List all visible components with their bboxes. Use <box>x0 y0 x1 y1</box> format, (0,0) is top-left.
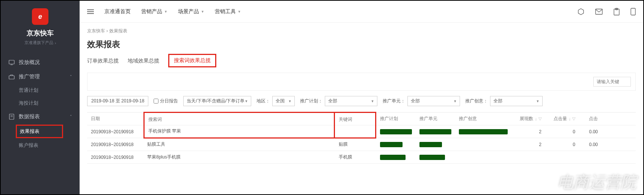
redacted-bar <box>459 129 508 134</box>
col-unit[interactable]: 推广单元 <box>416 113 455 125</box>
cell-ctr: 0.00 <box>579 125 602 138</box>
monitor-icon <box>8 60 15 65</box>
region-filter: 地区： 全国 ▼ <box>256 96 295 106</box>
cube-icon[interactable] <box>577 8 585 15</box>
col-ctr[interactable]: 点击 <box>579 113 602 125</box>
brand-sub[interactable]: 京准通旗下产品 › <box>24 40 56 46</box>
creative-filter: 推广创意： 全部 ▼ <box>465 96 543 106</box>
topbar: 京准通首页 营销产品 ▼ 场景产品 ▼ 营销工具 ▼ <box>80 1 643 23</box>
cell-unit <box>416 138 455 151</box>
sidebar-sub-effect-report[interactable]: 效果报表 <box>16 125 63 138</box>
search-bar <box>87 73 636 91</box>
cell-impressions: 2 <box>511 125 545 138</box>
cell-creative <box>455 138 511 151</box>
daily-report-input[interactable] <box>154 99 158 104</box>
plan-select[interactable]: 全部 ▼ <box>325 96 377 106</box>
caret-down-icon: ▼ <box>164 10 167 14</box>
breadcrumb-current: 效果报表 <box>109 28 127 34</box>
cell-impressions <box>511 151 545 163</box>
cell-date: 20190918~20190918 <box>87 151 143 163</box>
sidebar-item-reports[interactable]: 数据报表 ˄ <box>1 110 80 124</box>
plan-label: 推广计划： <box>300 98 323 104</box>
content: 京东快车 › 效果报表 效果报表 订单效果总揽 地域效果总揽 搜索词效果总揽 2… <box>80 23 643 164</box>
col-impressions[interactable]: 展现数 ↓ ▽ <box>511 113 545 125</box>
cell-unit <box>416 151 455 163</box>
svg-rect-2 <box>9 76 14 79</box>
filter-icon[interactable]: ▽ <box>572 116 575 121</box>
top-link-scene-products[interactable]: 场景产品 ▼ <box>178 8 204 15</box>
date-range-picker[interactable]: 2019-09-18 至 2019-09-18 <box>87 96 148 106</box>
col-search[interactable]: 搜索词 <box>143 112 335 126</box>
sidebar-sub-haitou-plan[interactable]: 海投计划 <box>1 97 80 110</box>
cell-plan <box>376 138 416 151</box>
cell-clicks <box>545 151 579 163</box>
redacted-bar <box>380 155 406 160</box>
tab-region-summary[interactable]: 地域效果总揽 <box>128 56 159 66</box>
region-value: 全国 <box>276 98 285 104</box>
brand-name: 京东快车 <box>1 29 80 38</box>
sidebar-item-label: 数据报表 <box>19 113 40 120</box>
redacted-bar <box>380 129 412 134</box>
creative-select[interactable]: 全部 ▼ <box>490 96 543 106</box>
breadcrumb-root[interactable]: 京东快车 <box>87 28 105 34</box>
daily-report-checkbox[interactable]: 分日报告 <box>154 98 178 104</box>
brand-sub-label: 京准通旗下产品 <box>24 40 53 46</box>
sidebar-sub-normal-plan[interactable]: 普通计划 <box>1 84 80 97</box>
svg-rect-0 <box>9 60 14 64</box>
page-title: 效果报表 <box>87 39 636 50</box>
top-link-marketing-tools[interactable]: 营销工具 ▼ <box>215 8 241 15</box>
region-select[interactable]: 全国 ▼ <box>272 96 295 106</box>
sidebar-item-label: 投放概况 <box>19 59 40 66</box>
plan-value: 全部 <box>328 98 337 104</box>
col-plan[interactable]: 推广计划 <box>376 113 416 125</box>
keyword-search-input[interactable] <box>593 77 631 87</box>
top-link-home[interactable]: 京准通首页 <box>104 8 131 15</box>
top-link-marketing-products[interactable]: 营销产品 ▼ <box>141 8 167 15</box>
col-creative[interactable]: 推广创意 <box>455 113 511 125</box>
caret-down-icon: ▼ <box>244 99 248 103</box>
cell-keyword <box>335 125 376 139</box>
caret-down-icon: ▼ <box>371 99 374 103</box>
sidebar-sub-account-report[interactable]: 账户报表 <box>1 139 80 152</box>
top-link-label: 场景产品 <box>178 8 199 15</box>
col-clicks[interactable]: 点击量 ↓ ▽ <box>545 113 579 125</box>
cell-creative <box>455 125 511 138</box>
scope-select[interactable]: 当天/下单/不含赠品/下单订单 ▼ <box>183 96 251 106</box>
chevron-up-icon: ˄ <box>70 114 72 119</box>
table-row: 20190918~20190918 苹果8plus手机膜 手机膜 <box>87 151 636 164</box>
col-label: 点击量 <box>554 116 567 122</box>
main: 京准通首页 营销产品 ▼ 场景产品 ▼ 营销工具 ▼ <box>80 1 643 194</box>
filter-icon[interactable]: ▽ <box>538 116 541 121</box>
cell-search: 苹果8plus手机膜 <box>143 151 335 163</box>
top-link-label: 营销产品 <box>141 8 162 15</box>
unit-filter: 推广单元： 全部 ▼ <box>383 96 460 106</box>
mail-icon[interactable] <box>595 9 603 15</box>
caret-down-icon: ▼ <box>453 99 457 103</box>
sidebar-item-promotion[interactable]: 推广管理 ˄ <box>1 70 80 84</box>
cell-ctr: 0.00 <box>579 138 602 151</box>
tab-order-summary[interactable]: 订单效果总揽 <box>87 56 119 66</box>
topbar-icons <box>577 8 636 15</box>
filter-row: 2019-09-18 至 2019-09-18 分日报告 当天/下单/不含赠品/… <box>87 96 636 106</box>
sidebar-item-overview[interactable]: 投放概况 <box>1 55 80 70</box>
cell-keyword: 手机膜 <box>335 151 376 163</box>
phone-icon[interactable] <box>630 8 636 15</box>
sort-icon: ↓ <box>569 116 571 122</box>
table-row: 20190918~20190918 贴膜工具 贴膜 2 0 0.00 <box>87 138 636 151</box>
cell-unit <box>416 125 455 138</box>
brand-logo: e <box>32 8 48 25</box>
menu-toggle-icon[interactable] <box>87 8 94 15</box>
unit-select[interactable]: 全部 ▼ <box>407 96 460 106</box>
cell-date: 20190918~20190918 <box>87 125 143 138</box>
creative-label: 推广创意： <box>465 98 488 104</box>
creative-value: 全部 <box>493 98 502 104</box>
table-header-row: 日期 搜索词 关键词 推广计划 推广单元 推广创意 展现数 ↓ ▽ 点击量 ↓ … <box>87 113 636 125</box>
col-keyword[interactable]: 关键词 <box>335 112 376 126</box>
clipboard-icon[interactable] <box>613 8 620 15</box>
tab-search-summary[interactable]: 搜索词效果总揽 <box>168 54 216 67</box>
breadcrumb: 京东快车 › 效果报表 <box>87 28 636 34</box>
redacted-bar <box>419 155 445 160</box>
cell-creative <box>455 151 511 163</box>
caret-down-icon: ▼ <box>288 99 291 103</box>
col-date[interactable]: 日期 <box>87 113 143 125</box>
